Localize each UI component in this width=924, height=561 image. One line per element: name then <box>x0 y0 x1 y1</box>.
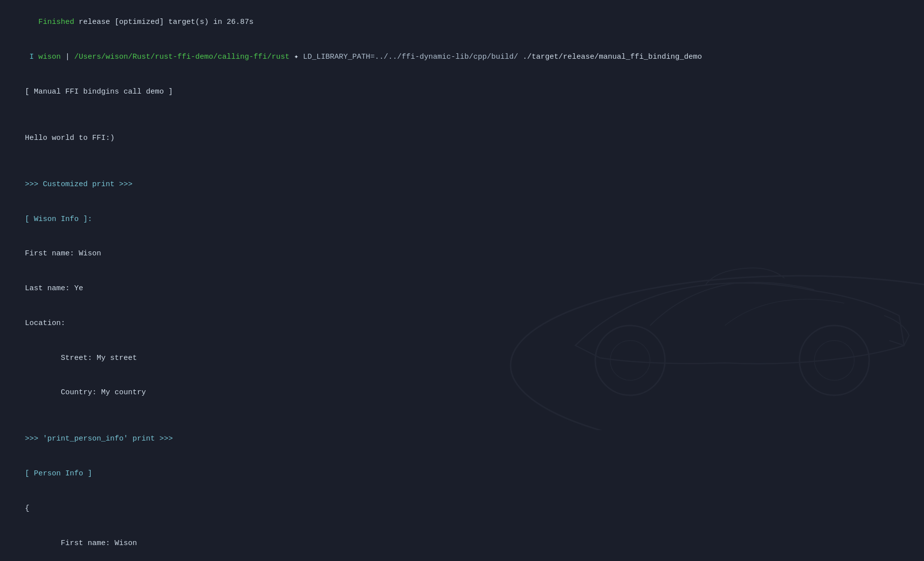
person-first-name-text-1: First name: Wison <box>25 539 137 548</box>
location-text-1: Location: <box>25 319 65 328</box>
manual-ffi-text: [ Manual FFI bindgins call demo ] <box>25 88 173 96</box>
hello-world-line: Hello world to FFI:) <box>7 121 917 156</box>
prompt-arrow-icon: ✦ <box>289 53 303 61</box>
brace-open-text-1: { <box>25 504 29 513</box>
country-line-1: Country: My country <box>7 375 917 410</box>
wison-info-header: [ Wison Info ]: <box>7 202 917 236</box>
last-name-line-1: Last name: Ye <box>7 271 917 306</box>
person-first-name-line-1: First name: Wison <box>7 526 917 561</box>
finished-text: release [optimized] target(s) in 26.87s <box>74 18 254 26</box>
prompt-line: I wison | /Users/wison/Rust/rust-ffi-dem… <box>7 40 917 75</box>
print-person-info-text: >>> 'print_person_info' print >>> <box>25 435 173 443</box>
finished-spaces <box>25 18 38 26</box>
blank-line-1 <box>7 109 917 120</box>
finished-status-line: Finished release [optimized] target(s) i… <box>7 5 917 40</box>
cmd-text: ./target/release/manual_ffi_binding_demo <box>523 53 702 61</box>
cmd-separator <box>518 53 523 61</box>
prompt-indicator: I <box>25 53 38 61</box>
first-name-line-1: First name: Wison <box>7 236 917 271</box>
blank-line-3 <box>7 410 917 422</box>
street-line-1: Street: My street <box>7 340 917 375</box>
finished-keyword: Finished <box>38 18 74 26</box>
env-var: LD_LIBRARY_PATH=../../ffi-dynamic-lib/cp… <box>303 53 518 61</box>
hello-world-text: Hello world to FFI:) <box>25 134 115 142</box>
manual-ffi-line: [ Manual FFI bindgins call demo ] <box>7 75 917 110</box>
customized-print-text: >>> Customized print >>> <box>25 180 132 189</box>
brace-open-1: { <box>7 491 917 526</box>
first-name-text-1: First name: Wison <box>25 249 101 258</box>
blank-line-2 <box>7 155 917 167</box>
location-line-1: Location: <box>7 306 917 341</box>
prompt-path: /Users/wison/Rust/rust-ffi-demo/calling-… <box>74 53 289 61</box>
prompt-user: wison <box>38 53 61 61</box>
wison-info-text: [ Wison Info ]: <box>25 215 92 224</box>
customized-print-header: >>> Customized print >>> <box>7 167 917 202</box>
print-person-info-header: >>> 'print_person_info' print >>> <box>7 422 917 456</box>
street-text-1: Street: My street <box>25 354 137 362</box>
person-info-header-1: [ Person Info ] <box>7 456 917 491</box>
country-text-1: Country: My country <box>25 388 146 397</box>
person-info-header-text-1: [ Person Info ] <box>25 469 92 478</box>
terminal-output: Finished release [optimized] target(s) i… <box>0 0 924 561</box>
last-name-text-1: Last name: Ye <box>25 284 83 293</box>
prompt-separator: | <box>61 53 74 61</box>
